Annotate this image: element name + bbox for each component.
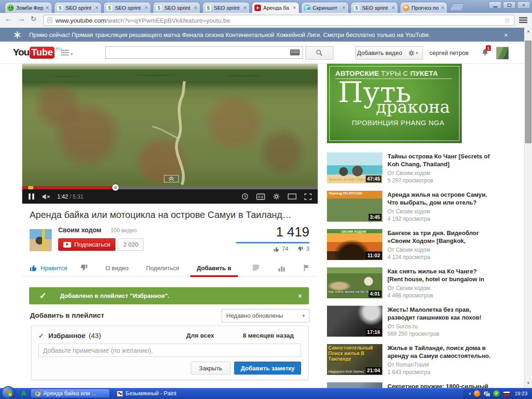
related-title[interactable]: Секретное оружие: 1800-сильный <box>387 382 493 388</box>
tab-close-icon[interactable]: × <box>243 5 247 11</box>
guide-menu-button[interactable]: ▾ <box>61 50 73 57</box>
related-video[interactable]: СВОИМ ХОДОМ11:02 Бангкок за три дня. Вид… <box>327 229 494 260</box>
related-title[interactable]: Аренда жилья на острове Самуи. Что выбра… <box>387 191 493 206</box>
related-video[interactable]: Секретное оружие: 1800-сильный <box>327 382 494 388</box>
youtube-logo[interactable]: You Tube RU <box>13 47 61 59</box>
related-title[interactable]: Жилье в Тайланде, поиск дома в аренду на… <box>387 344 493 360</box>
like-button[interactable]: Нравится <box>30 264 67 272</box>
url-text[interactable]: www.youtube.com/watch?v=qYPwmEEpBVk&feat… <box>55 17 501 24</box>
restore-button[interactable] <box>503 1 516 9</box>
language-flag-icon[interactable] <box>503 391 510 396</box>
forward-icon[interactable]: → <box>18 14 25 24</box>
related-video[interactable]: Самостоятельный Поиск жилья В ТаиландеНе… <box>327 344 494 375</box>
upload-options-button[interactable]: ▾ <box>404 46 423 60</box>
user-name[interactable]: сергей петров <box>429 49 469 56</box>
fullscreen-icon[interactable] <box>304 193 312 200</box>
banner-close-icon[interactable]: × <box>298 292 302 300</box>
tab-about[interactable]: О видео <box>105 265 128 272</box>
taskbar-task-chrome[interactable]: Аренда байка или ... <box>30 389 110 398</box>
video-frame[interactable] <box>22 64 318 186</box>
network-icon[interactable] <box>484 390 490 397</box>
related-title[interactable]: Как снять жилье на Ко Чанге? [Rent house… <box>387 267 493 283</box>
video-thumbnail[interactable]: Secrets of Koh Chang47:45 <box>327 152 382 183</box>
volume-muted-icon[interactable] <box>42 193 51 200</box>
related-title[interactable]: Бангкок за три дня. Видеоблог «Своим Ход… <box>387 229 493 245</box>
search-button[interactable] <box>305 46 333 60</box>
address-bar[interactable]: www.youtube.com/watch?v=qYPwmEEpBVk&feat… <box>43 15 514 26</box>
progress-bar[interactable] <box>22 186 318 189</box>
new-tab-button[interactable] <box>450 3 465 11</box>
back-icon[interactable]: ← <box>5 14 12 24</box>
video-thumbnail[interactable] <box>327 382 382 388</box>
tab-close-icon[interactable]: × <box>342 5 346 11</box>
tab-add-to[interactable]: Добавить в <box>197 265 231 272</box>
tab-weather[interactable]: Прогноз по× <box>400 2 447 13</box>
related-video[interactable]: Как снять жилье на Ко Чанге?4:01 Как сня… <box>327 267 494 299</box>
settings-gear-icon[interactable] <box>273 193 280 200</box>
scroll-down-icon[interactable]: ▼ <box>525 380 532 387</box>
tab-close-icon[interactable]: × <box>292 5 296 11</box>
channel-name[interactable]: Своим ходом <box>58 226 101 234</box>
tab-share[interactable]: Поделиться <box>146 265 179 272</box>
captions-icon[interactable] <box>256 193 265 200</box>
related-video[interactable]: 17:16 Жесть! Малолетка без прав, разводи… <box>327 306 494 337</box>
playlist-row[interactable]: ✓ Избранное (43) Для всех 8 месяцев наза… <box>38 332 301 339</box>
video-thumbnail[interactable]: Самостоятельный Поиск жилья В ТаиландеНе… <box>327 344 382 375</box>
keyboard-icon[interactable] <box>290 49 300 55</box>
tab-seo-sprint-3[interactable]: SEO sprint× <box>153 2 200 13</box>
pause-button[interactable] <box>28 193 35 200</box>
tab-close-icon[interactable]: × <box>441 5 445 11</box>
dislike-button[interactable] <box>80 264 88 272</box>
page-scrollbar[interactable]: ▲ ▼ <box>524 28 532 388</box>
tray-app-icon[interactable] <box>474 390 480 397</box>
notifications-button[interactable]: 1 <box>481 48 489 56</box>
bookmark-star-icon[interactable]: ☆ <box>504 16 510 24</box>
search-input[interactable] <box>106 49 290 56</box>
channel-avatar[interactable] <box>30 229 52 251</box>
minimize-button[interactable] <box>489 1 502 9</box>
user-avatar[interactable] <box>496 47 509 60</box>
tab-seo-sprint-2[interactable]: SEO sprint× <box>103 2 151 13</box>
add-video-button[interactable]: Добавить видео <box>355 46 404 60</box>
tab-close-icon[interactable]: × <box>391 5 395 11</box>
tab-seo-sprint-4[interactable]: SEO sprint× <box>202 2 250 13</box>
related-video[interactable]: Переезд ПО-РУССКИ3:45 Аренда жилья на ос… <box>327 191 494 222</box>
tab-close-icon[interactable]: × <box>95 5 99 11</box>
add-note-button[interactable]: Добавить заметку <box>234 362 301 375</box>
scrubber-handle[interactable] <box>112 184 119 191</box>
promo-banner[interactable]: Прямо сейчас! Прямая трансляция решающег… <box>0 28 532 42</box>
video-thumbnail[interactable]: СВОИМ ХОДОМ11:02 <box>327 229 382 260</box>
video-thumbnail[interactable]: Как снять жилье на Ко Чанге?4:01 <box>327 267 382 298</box>
tab-youtube-active[interactable]: Аренда ба× <box>252 2 299 13</box>
start-button[interactable] <box>1 386 15 399</box>
transcript-icon[interactable] <box>252 264 260 272</box>
tab-seo-sprint-5[interactable]: SEO sprint× <box>351 2 398 13</box>
tab-screenshot[interactable]: Скриншот× <box>301 2 349 13</box>
related-title[interactable]: Жесть! Малолетка без прав, разводит гаиш… <box>387 306 493 321</box>
related-title[interactable]: Тайны острова Ко Чанг [Secrets of Koh Ch… <box>387 152 493 168</box>
scroll-up-icon[interactable]: ▲ <box>525 28 532 35</box>
note-input[interactable] <box>38 344 301 357</box>
taskbar-task-paint[interactable]: Безымянный - Paint <box>114 389 192 398</box>
quick-launch-app-icon[interactable]: A <box>21 389 26 397</box>
stats-icon[interactable] <box>278 265 285 272</box>
playlist-sort-dropdown[interactable]: Недавно обновлены ▾ <box>222 309 309 322</box>
close-window-button[interactable]: × <box>517 1 530 9</box>
video-thumbnail[interactable]: Переезд ПО-РУССКИ3:45 <box>327 191 382 222</box>
close-button[interactable]: Закрыть <box>191 362 230 375</box>
browser-menu-icon[interactable] <box>519 17 527 23</box>
flag-icon[interactable] <box>303 264 310 272</box>
watch-later-icon[interactable] <box>242 193 248 200</box>
expand-overlay-button[interactable] <box>164 175 179 182</box>
promo-close-icon[interactable]: × <box>504 31 508 39</box>
tab-close-icon[interactable]: × <box>45 5 49 11</box>
theater-mode-icon[interactable] <box>288 193 296 200</box>
tab-close-icon[interactable]: × <box>144 5 148 11</box>
tray-expand-icon[interactable]: ‹ <box>469 390 471 397</box>
reload-icon[interactable]: ↻ <box>30 15 36 23</box>
ad-banner[interactable]: АВТОРСКИЕ ТУРЫ С ПУКЕТА Путь дракона ПРО… <box>327 64 462 143</box>
related-video[interactable]: Secrets of Koh Chang47:45 Тайны острова … <box>327 152 494 184</box>
video-thumbnail[interactable]: 17:16 <box>327 306 382 337</box>
tab-zombi-ferma[interactable]: Зомби Фер× <box>5 2 52 13</box>
tab-close-icon[interactable]: × <box>193 5 198 11</box>
